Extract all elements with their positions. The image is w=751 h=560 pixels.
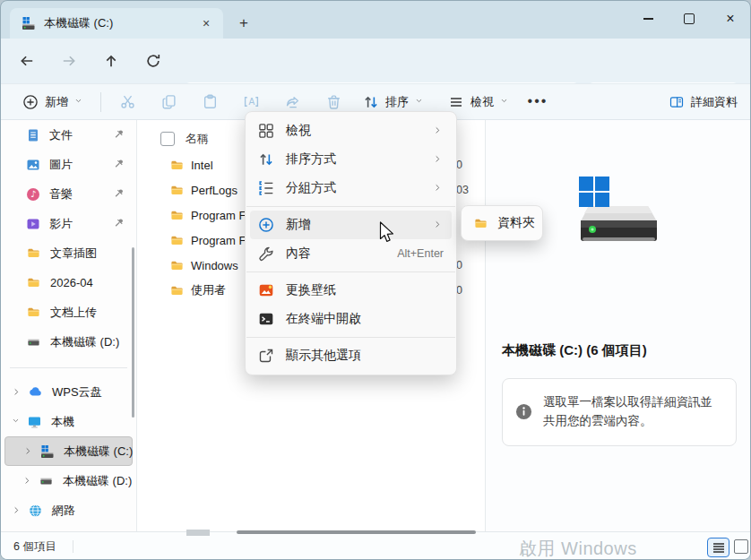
sort-icon — [258, 151, 274, 168]
drive-illustration — [553, 174, 669, 256]
menu-shortcut: Alt+Enter — [397, 247, 444, 260]
sidebar-tree-item[interactable]: 網路 — [4, 495, 133, 525]
sidebar-item-label: 音樂 — [49, 186, 73, 202]
menu-item-label: 更换壁纸 — [286, 282, 336, 298]
minimize-button[interactable] — [627, 1, 669, 37]
details-panel-icon — [669, 95, 685, 109]
paste-button[interactable] — [193, 89, 227, 116]
info-icon — [515, 393, 532, 431]
folder-icon — [473, 217, 488, 230]
close-button[interactable]: × — [710, 1, 751, 37]
title-bar: 本機磁碟 (C:) × + × — [1, 1, 751, 39]
chevron-down-icon — [500, 97, 510, 107]
context-menu: 檢視排序方式分組方式新增內容Alt+Enter更换壁纸在終端中開啟顯示其他選項 — [245, 111, 457, 375]
monitor-icon — [27, 415, 42, 429]
sidebar-item[interactable]: 文档上传 — [4, 297, 133, 327]
forward-icon[interactable] — [54, 46, 84, 76]
back-icon[interactable] — [12, 46, 42, 76]
horizontal-scrollbar-corner[interactable] — [186, 530, 210, 536]
sidebar-item[interactable]: 2026-04 — [4, 268, 133, 297]
thumbnail-view-toggle[interactable] — [734, 539, 748, 554]
menu-separator — [246, 337, 455, 338]
name-column-label: 名稱 — [186, 131, 209, 147]
drive-icon — [26, 335, 41, 349]
view-button[interactable]: 檢視 — [441, 90, 517, 115]
info-box: 選取單一檔案以取得詳細資訊並共用您的雲端內容。 — [502, 378, 737, 446]
sidebar-item[interactable]: 本機磁碟 (D:) — [4, 327, 133, 357]
music-icon: ♪ — [26, 187, 40, 202]
sidebar-separator — [10, 367, 127, 368]
wrench-icon — [258, 246, 274, 262]
sidebar-scrollbar[interactable] — [132, 247, 134, 418]
view-lines-icon — [448, 95, 464, 109]
menu-item-sort[interactable]: 排序方式 — [250, 145, 452, 174]
chevron-right-icon — [433, 154, 444, 165]
menu-item-wrench[interactable]: 內容Alt+Enter — [250, 239, 452, 268]
folder-icon — [169, 234, 185, 247]
select-all-checkbox[interactable] — [160, 132, 175, 146]
sidebar-tree-item[interactable]: WPS云盘 — [4, 377, 133, 407]
new-button[interactable]: 新增 — [15, 90, 91, 115]
submenu-item-folder[interactable]: 資料夾 — [465, 210, 539, 237]
sidebar-tree-item[interactable]: 本機磁碟 (C:) — [4, 436, 133, 466]
menu-item-label: 檢視 — [286, 123, 311, 139]
menu-item-group[interactable]: 分組方式 — [250, 174, 452, 202]
sidebar-tree-item[interactable]: 本機磁碟 (D:) — [4, 466, 133, 495]
maximize-button[interactable] — [669, 1, 710, 37]
menu-item-grid[interactable]: 檢視 — [250, 116, 452, 145]
folder-icon — [169, 159, 185, 172]
file-name: Windows — [191, 259, 238, 272]
drive-icon — [39, 474, 54, 487]
menu-item-label: 顯示其他選項 — [286, 348, 361, 364]
file-name: Program F — [191, 209, 246, 222]
file-name: Program F — [191, 234, 246, 247]
refresh-icon[interactable] — [138, 46, 168, 76]
menu-item-terminal[interactable]: 在終端中開啟 — [250, 305, 452, 333]
activate-windows-watermark: 啟用 Windows — [519, 537, 637, 560]
sidebar-item-label: 文章插图 — [50, 246, 97, 262]
sidebar-item[interactable]: 文件 — [4, 120, 133, 150]
sidebar-tree-label: 本機 — [51, 414, 74, 430]
details-panel-button[interactable]: 詳細資料 — [669, 94, 738, 110]
plus-circle-icon — [258, 217, 274, 233]
sidebar-tree-item[interactable]: 本機 — [4, 407, 133, 436]
sidebar-item-label: 文档上传 — [50, 305, 97, 321]
sidebar-item[interactable]: 影片 — [4, 209, 133, 238]
chevron-right-icon — [433, 183, 444, 194]
sidebar-item-label: 文件 — [49, 127, 73, 143]
chevron-right-icon — [433, 125, 444, 136]
chevron-down-icon — [415, 97, 425, 107]
svg-text:A: A — [248, 97, 255, 107]
copy-button[interactable] — [151, 89, 186, 116]
menu-item-plus-circle[interactable]: 新增 — [250, 211, 452, 239]
cut-button[interactable] — [110, 89, 144, 116]
menu-item-wallpaper[interactable]: 更换壁纸 — [250, 276, 452, 305]
list-view-toggle[interactable] — [707, 538, 729, 557]
sidebar-item[interactable]: 圖片 — [4, 150, 133, 179]
new-button-label: 新增 — [45, 94, 68, 110]
chevron-down-icon — [12, 417, 22, 426]
folder-icon — [26, 276, 41, 289]
sidebar-tree-label: 網路 — [52, 503, 75, 519]
explorer-tab[interactable]: 本機磁碟 (C:) × — [10, 8, 223, 39]
up-icon[interactable] — [96, 46, 126, 76]
folder-icon — [169, 259, 185, 272]
sidebar-item[interactable]: 文章插图 — [4, 238, 133, 268]
sort-icon — [363, 94, 379, 110]
menu-item-label: 內容 — [286, 246, 311, 262]
cloud-icon — [28, 385, 43, 399]
new-tab-button[interactable]: + — [232, 12, 255, 35]
terminal-icon — [258, 311, 274, 327]
more-ellipsis-icon[interactable]: ••• — [521, 89, 555, 116]
menu-item-more-options[interactable]: 顯示其他選項 — [250, 341, 452, 370]
plus-circle-icon — [22, 94, 39, 110]
toolbar-divider — [100, 92, 101, 112]
horizontal-scrollbar-thumb[interactable] — [237, 530, 476, 534]
tab-close-icon[interactable]: × — [196, 13, 216, 33]
explorer-window: 本機磁碟 (C:) × + × 本機本機磁碟 (C:) 搜尋 本機磁碟 (C:)… — [0, 0, 751, 560]
item-count: 6 個項目 — [13, 539, 56, 555]
group-icon — [258, 180, 274, 196]
sidebar-item[interactable]: ♪音樂 — [4, 179, 133, 209]
pin-icon — [114, 129, 125, 141]
sidebar-item-label: 2026-04 — [50, 276, 93, 289]
